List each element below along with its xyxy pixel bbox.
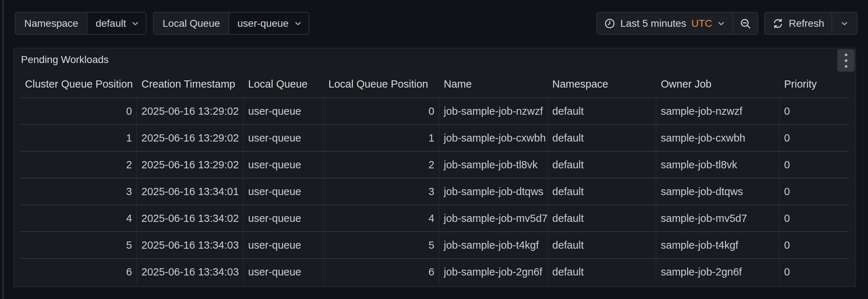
cell-name: job-sample-job-tl8vk (439, 152, 548, 178)
namespace-variable-label-text: Namespace (24, 18, 78, 29)
cell-cluster-queue-position: 5 (21, 232, 137, 258)
cell-creation-timestamp: 2025-06-16 13:29:02 (137, 152, 244, 178)
cell-name: job-sample-job-dtqws (439, 178, 548, 205)
localqueue-variable-select[interactable]: user-queue (229, 13, 309, 34)
cell-owner-job: sample-job-nzwzf (656, 98, 780, 124)
panel-title[interactable]: Pending Workloads (21, 54, 109, 66)
refresh-button-label: Refresh (789, 18, 824, 29)
cell-local-queue: user-queue (244, 232, 324, 258)
namespace-variable-label: Namespace (16, 13, 87, 34)
cell-namespace: default (548, 152, 656, 178)
column-header-namespace[interactable]: Namespace (548, 71, 656, 97)
cell-local-queue-position: 1 (324, 125, 439, 151)
namespace-variable-select[interactable]: default (87, 13, 146, 34)
table-header-row: Cluster Queue PositionCreation Timestamp… (21, 71, 849, 97)
cell-namespace: default (548, 98, 656, 124)
cell-name: job-sample-job-2gn6f (439, 259, 548, 285)
kebab-menu-icon (845, 65, 847, 68)
column-header-name[interactable]: Name (439, 71, 548, 97)
column-header-priority[interactable]: Priority (780, 71, 849, 97)
cell-owner-job: sample-job-t4kgf (656, 232, 780, 258)
cell-namespace: default (548, 178, 656, 205)
cell-creation-timestamp: 2025-06-16 13:34:01 (137, 178, 244, 205)
grafana-dashboard: Namespace default Local Queue user-queue (0, 0, 868, 299)
time-controls: Last 5 minutes UTC (596, 12, 858, 35)
cell-local-queue-position: 6 (324, 259, 439, 285)
column-header-local-queue[interactable]: Local Queue (244, 71, 324, 97)
time-picker-button[interactable]: Last 5 minutes UTC (597, 13, 732, 34)
cell-owner-job: sample-job-2gn6f (656, 259, 780, 285)
localqueue-variable: Local Queue user-queue (153, 12, 309, 35)
refresh-interval-dropdown[interactable] (831, 13, 857, 34)
time-zoom-out-button[interactable] (732, 13, 758, 34)
localqueue-variable-label: Local Queue (154, 13, 229, 34)
cell-namespace: default (548, 259, 656, 285)
window-edge-divider (3, 0, 4, 299)
clock-icon (604, 18, 615, 29)
column-header-creation-timestamp[interactable]: Creation Timestamp (137, 71, 244, 97)
table-body: 02025-06-16 13:29:02user-queue0job-sampl… (21, 97, 849, 285)
cell-namespace: default (548, 205, 656, 231)
table-row: 12025-06-16 13:29:02user-queue1job-sampl… (21, 124, 849, 151)
cell-owner-job: sample-job-dtqws (656, 178, 780, 205)
cell-owner-job: sample-job-cxwbh (656, 125, 780, 151)
cell-owner-job: sample-job-mv5d7 (656, 205, 780, 231)
cell-name: job-sample-job-cxwbh (439, 125, 548, 151)
kebab-menu-icon (845, 54, 847, 56)
chevron-down-icon (717, 20, 725, 28)
cell-priority: 0 (780, 205, 849, 231)
refresh-button[interactable]: Refresh (765, 13, 831, 34)
zoom-out-icon (740, 18, 751, 29)
cell-local-queue-position: 3 (324, 178, 439, 205)
cell-name: job-sample-job-t4kgf (439, 232, 548, 258)
column-header-owner-job[interactable]: Owner Job (656, 71, 780, 97)
cell-priority: 0 (780, 259, 849, 285)
namespace-variable: Namespace default (15, 12, 146, 35)
cell-priority: 0 (780, 98, 849, 124)
cell-creation-timestamp: 2025-06-16 13:29:02 (137, 125, 244, 151)
time-picker-group: Last 5 minutes UTC (596, 12, 758, 35)
cell-owner-job: sample-job-tl8vk (656, 152, 780, 178)
namespace-variable-value: default (95, 18, 126, 29)
cell-cluster-queue-position: 4 (21, 205, 137, 231)
cell-local-queue-position: 0 (324, 98, 439, 124)
panel-menu-button[interactable] (837, 49, 855, 72)
cell-local-queue: user-queue (244, 152, 324, 178)
localqueue-variable-value: user-queue (237, 18, 289, 29)
kebab-menu-icon (845, 59, 847, 62)
cell-cluster-queue-position: 2 (21, 152, 137, 178)
cell-creation-timestamp: 2025-06-16 13:34:03 (137, 232, 244, 258)
variable-controls: Namespace default Local Queue user-queue (15, 12, 309, 35)
cell-cluster-queue-position: 0 (21, 98, 137, 124)
table-row: 22025-06-16 13:29:02user-queue2job-sampl… (21, 151, 849, 178)
cell-priority: 0 (780, 178, 849, 205)
cell-local-queue: user-queue (244, 259, 324, 285)
table-row: 42025-06-16 13:34:02user-queue4job-sampl… (21, 205, 849, 231)
cell-cluster-queue-position: 6 (21, 259, 137, 285)
chevron-down-icon (294, 20, 302, 28)
pending-workloads-table: Cluster Queue PositionCreation Timestamp… (21, 71, 849, 285)
refresh-sync-icon (772, 18, 784, 29)
cell-priority: 0 (780, 152, 849, 178)
table-row: 62025-06-16 13:34:03user-queue6job-sampl… (21, 258, 849, 285)
column-header-local-queue-position[interactable]: Local Queue Position (324, 71, 439, 97)
table-row: 52025-06-16 13:34:03user-queue5job-sampl… (21, 231, 849, 258)
cell-namespace: default (548, 125, 656, 151)
time-range-label: Last 5 minutes (620, 18, 686, 29)
cell-creation-timestamp: 2025-06-16 13:29:02 (137, 98, 244, 124)
chevron-down-icon (841, 20, 848, 28)
cell-cluster-queue-position: 3 (21, 178, 137, 205)
cell-local-queue: user-queue (244, 178, 324, 205)
localqueue-variable-label-text: Local Queue (162, 18, 220, 29)
panel-header: Pending Workloads (14, 49, 855, 71)
dashboard-toolbar: Namespace default Local Queue user-queue (15, 12, 858, 35)
cell-creation-timestamp: 2025-06-16 13:34:02 (137, 205, 244, 231)
cell-local-queue-position: 2 (324, 152, 439, 178)
pending-workloads-panel: Pending Workloads Cluster Queue Position… (13, 48, 856, 287)
cell-creation-timestamp: 2025-06-16 13:34:03 (137, 259, 244, 285)
cell-local-queue: user-queue (244, 98, 324, 124)
cell-priority: 0 (780, 125, 849, 151)
cell-local-queue-position: 4 (324, 205, 439, 231)
column-header-cluster-queue-position[interactable]: Cluster Queue Position (21, 71, 137, 97)
refresh-group: Refresh (764, 12, 858, 35)
